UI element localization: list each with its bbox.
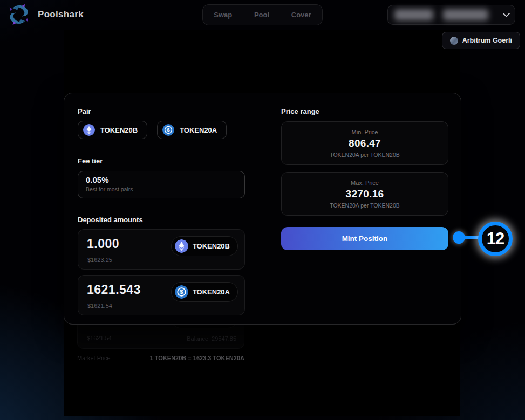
brand-name: Poolshark — [38, 9, 84, 20]
min-price-value: 806.47 — [349, 137, 381, 149]
market-price-value: 1 TOKEN20B = 1623.3 TOKEN20A — [150, 355, 244, 361]
fee-tier-option[interactable]: 0.05% Best for most pairs — [78, 171, 245, 198]
eth-token-icon — [83, 124, 95, 136]
wallet-balance-redacted[interactable] — [394, 9, 433, 20]
fee-tier-value: 0.05% — [86, 175, 237, 184]
poolshark-logo-icon — [6, 2, 31, 27]
nav-tab-pool[interactable]: Pool — [254, 11, 269, 19]
brand[interactable]: Poolshark — [6, 2, 84, 27]
deposit-token-label: TOKEN20A — [193, 288, 230, 296]
max-price-title: Max. Price — [351, 180, 379, 186]
max-price-box[interactable]: Max. Price 3270.16 TOKEN20A per TOKEN20B — [281, 172, 448, 216]
network-label: Arbitrum Goerli — [462, 37, 512, 44]
pair-token-a-label: TOKEN20A — [180, 126, 217, 134]
min-price-unit: TOKEN20A per TOKEN20B — [330, 152, 400, 158]
pair-label: Pair — [78, 107, 91, 115]
deposit-amount-box-token20a[interactable]: 1621.543 $1621.54 $ TOKEN20A — [78, 275, 245, 315]
price-range-label: Price range — [281, 107, 319, 115]
mint-position-modal: Pair TOKEN20B $ TOKEN20A Fee tier — [64, 93, 461, 325]
deposit-token-pill-token20a[interactable]: $ TOKEN20A — [171, 282, 238, 302]
deposit-amount-box-token20b[interactable]: 1.000 $1623.25 TOKEN20B — [78, 229, 245, 270]
pair-token-b-label: TOKEN20B — [100, 126, 138, 134]
max-price-value: 3270.16 — [346, 188, 384, 200]
pair-token-b-button[interactable]: TOKEN20B — [78, 121, 147, 139]
nav-tabs: Swap Pool Cover — [202, 4, 323, 25]
deposit-token-pill-token20b[interactable]: TOKEN20B — [171, 236, 238, 256]
deposit-amount-value: 1.000 — [87, 237, 119, 251]
deposit-usd-value: $1623.25 — [87, 257, 112, 263]
svg-text:$: $ — [180, 289, 183, 295]
background-usd-value: $1621.54 — [87, 335, 112, 341]
svg-text:$: $ — [167, 127, 170, 133]
background-balance: Balance: 29547.85 — [187, 335, 236, 342]
max-price-unit: TOKEN20A per TOKEN20B — [330, 202, 400, 209]
usd-token-icon: $ — [162, 124, 174, 136]
network-selector[interactable]: Arbitrum Goerli — [442, 32, 520, 49]
usd-token-icon: $ — [175, 285, 188, 299]
arbitrum-network-icon — [450, 37, 458, 45]
wallet-widget — [387, 5, 515, 25]
chevron-down-icon — [503, 13, 510, 17]
wallet-address-redacted[interactable] — [443, 9, 488, 20]
fee-tier-label: Fee tier — [78, 157, 103, 165]
top-navbar: Poolshark Swap Pool Cover — [0, 0, 525, 30]
deposit-token-label: TOKEN20B — [193, 242, 230, 250]
mint-position-button[interactable]: Mint Position — [281, 227, 448, 250]
poolshark-app: 1621.5 $1621.54 $ TOKEN20A Balance: 2954… — [0, 0, 525, 420]
annotation-number: 12 — [487, 229, 504, 249]
min-price-title: Min. Price — [352, 129, 378, 135]
market-price-row: Market Price 1 TOKEN20B = 1623.3 TOKEN20… — [77, 355, 244, 361]
nav-tab-cover[interactable]: Cover — [291, 11, 311, 19]
min-price-box[interactable]: Min. Price 806.47 TOKEN20A per TOKEN20B — [281, 121, 448, 165]
eth-token-icon — [175, 239, 188, 253]
pair-token-a-button[interactable]: $ TOKEN20A — [157, 121, 227, 139]
deposited-amounts-label: Deposited amounts — [78, 216, 143, 224]
market-price-label: Market Price — [77, 355, 111, 361]
pair-token-row: TOKEN20B $ TOKEN20A — [78, 121, 227, 139]
annotation-marker-12: 12 — [478, 222, 513, 256]
deposit-usd-value: $1621.54 — [87, 302, 112, 309]
nav-tab-swap[interactable]: Swap — [214, 11, 232, 19]
deposit-amount-value: 1621.543 — [87, 283, 141, 297]
fee-tier-hint: Best for most pairs — [86, 186, 237, 192]
wallet-dropdown-button[interactable] — [497, 13, 515, 17]
